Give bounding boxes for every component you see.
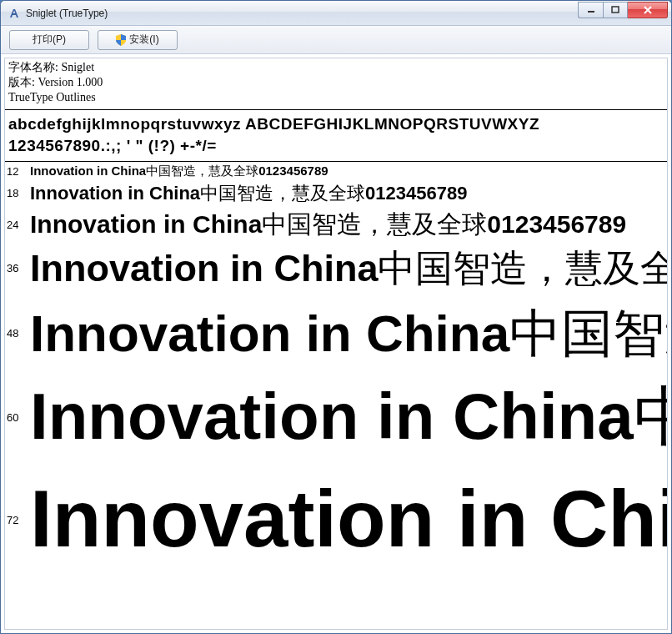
size-label: 24 (7, 219, 30, 231)
toolbar: 打印(P) 安装(I) (1, 26, 671, 54)
sample-latin: Innovation in China (30, 164, 146, 178)
sample-row: 48 Innovation in China 中国智造，慧及全球 0123456… (5, 299, 667, 369)
font-viewer-window: Sniglet (TrueType) 打印(P) (0, 0, 672, 634)
sample-row: 72 Innovation in China 中国智造，慧及全球 0123456… (5, 466, 667, 575)
sample-cjk: 中国智造，慧及全球 (262, 208, 487, 242)
sample-digits: 0123456789 (487, 210, 626, 239)
sample-latin: Innovation in China (30, 183, 200, 204)
font-version-line: 版本: Version 1.000 (8, 75, 664, 90)
size-label: 60 (7, 411, 30, 424)
size-label: 48 (7, 327, 30, 340)
print-button[interactable]: 打印(P) (9, 30, 89, 50)
close-button[interactable] (628, 2, 668, 18)
svg-rect-0 (588, 11, 594, 13)
sample-digits: 0123456789 (258, 164, 328, 178)
font-name-line: 字体名称: Sniglet (8, 60, 664, 75)
sample-cjk: 中国智造，慧及全球 (146, 164, 258, 179)
content-area[interactable]: 字体名称: Sniglet 版本: Version 1.000 TrueType… (4, 58, 668, 630)
font-info: 字体名称: Sniglet 版本: Version 1.000 TrueType… (5, 58, 667, 110)
app-icon (8, 7, 21, 20)
sample-cjk: 中国智造，慧及全球 (634, 374, 667, 461)
sample-row: 12 Innovation in China 中国智造，慧及全球 0123456… (5, 164, 667, 179)
alphabet-line: abcdefghijklmnopqrstuvwxyz ABCDEFGHIJKLM… (8, 113, 664, 136)
sample-row: 60 Innovation in China 中国智造，慧及全球 0123456… (5, 374, 667, 461)
window-controls (578, 2, 668, 18)
maximize-button[interactable] (603, 2, 628, 18)
sample-list: 12 Innovation in China 中国智造，慧及全球 0123456… (5, 162, 667, 575)
minimize-button[interactable] (578, 2, 603, 18)
sample-cjk: 中国智造，慧及全球 (200, 181, 365, 206)
sample-latin: Innovation in China (30, 210, 262, 239)
window-title: Sniglet (TrueType) (26, 8, 578, 19)
size-label: 18 (7, 187, 30, 199)
specimen-block: abcdefghijklmnopqrstuvwxyz ABCDEFGHIJKLM… (5, 110, 667, 162)
numbers-line: 1234567890.:,; ' " (!?) +-*/= (8, 135, 664, 158)
font-outlines-line: TrueType Outlines (8, 90, 664, 105)
sample-latin: Innovation in China (30, 304, 509, 363)
print-button-label: 打印(P) (33, 33, 66, 47)
svg-rect-1 (612, 7, 619, 13)
sample-row: 24 Innovation in China 中国智造，慧及全球 0123456… (5, 208, 667, 242)
maximize-icon (611, 6, 619, 14)
minimize-icon (587, 6, 595, 14)
titlebar[interactable]: Sniglet (TrueType) (1, 1, 671, 26)
install-button-label: 安装(I) (129, 33, 158, 47)
size-label: 72 (7, 514, 30, 526)
sample-latin: Innovation in China (30, 247, 378, 290)
size-label: 12 (7, 165, 30, 178)
sample-row: 18 Innovation in China 中国智造，慧及全球 0123456… (5, 181, 667, 206)
close-icon (643, 6, 653, 14)
sample-cjk: 中国智造，慧及全球 (509, 299, 667, 369)
sample-latin: Innovation in China (30, 379, 634, 455)
install-button[interactable]: 安装(I) (98, 30, 178, 50)
size-label: 36 (7, 262, 30, 274)
sample-row: 36 Innovation in China 中国智造，慧及全球 0123456… (5, 244, 667, 294)
sample-cjk: 中国智造，慧及全球 (378, 244, 667, 294)
sample-digits: 0123456789 (365, 183, 467, 204)
shield-icon (116, 34, 126, 46)
sample-latin: Innovation in China (30, 473, 667, 565)
